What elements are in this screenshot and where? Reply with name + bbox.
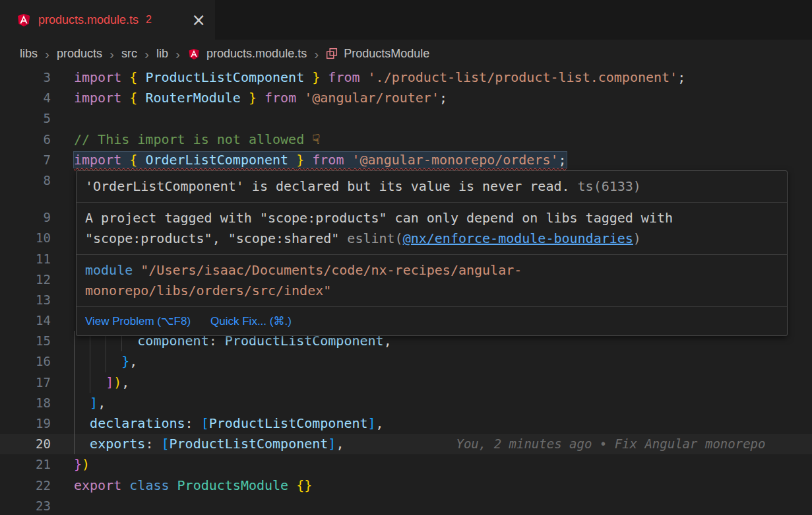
quick-fix-action[interactable]: Quick Fix... (⌘.) xyxy=(210,311,292,331)
code-token: : xyxy=(145,436,161,452)
editor-line-6[interactable]: 6// This import is not allowed ☟ xyxy=(0,129,812,150)
line-number: 16 xyxy=(0,351,51,372)
breadcrumb-item-libs[interactable]: libs xyxy=(20,47,38,61)
code-line: }, xyxy=(74,351,137,372)
line-number: 8 xyxy=(0,170,51,191)
line-number: 9 xyxy=(0,207,51,228)
code-token: // This import is not allowed xyxy=(74,131,312,147)
editor-line-7[interactable]: 7import { OrderListComponent } from '@an… xyxy=(0,150,812,170)
line-number: 12 xyxy=(0,269,51,290)
line-number: 14 xyxy=(0,310,51,331)
breadcrumb-item-file[interactable]: products.module.ts xyxy=(206,47,307,61)
breadcrumb-item-lib[interactable]: lib xyxy=(156,47,168,61)
chevron-right-icon: › xyxy=(175,47,180,61)
line-number: 17 xyxy=(0,372,51,393)
breadcrumb-item-products[interactable]: products xyxy=(57,47,102,61)
code-token xyxy=(74,436,90,452)
line-number: 5 xyxy=(0,108,51,129)
view-problem-action[interactable]: View Problem (⌥F8) xyxy=(85,311,191,331)
code-token: ) xyxy=(113,374,121,390)
code-token: ☟ xyxy=(312,131,320,147)
code-line: }) xyxy=(74,454,90,475)
tab-filename: products.module.ts xyxy=(38,13,139,27)
code-token: import xyxy=(74,90,129,106)
breadcrumb-item-symbol[interactable]: ProductsModule xyxy=(344,47,429,61)
line-number: 10 xyxy=(0,228,51,248)
code-token: export xyxy=(74,477,129,493)
code-line: ], xyxy=(74,393,106,413)
hover-eslint-diagnostic: A project tagged with "scope:products" c… xyxy=(77,203,787,255)
code-token: ; xyxy=(439,90,447,106)
code-token: ] xyxy=(368,415,376,431)
editor-line-18[interactable]: 18 ], xyxy=(0,393,812,413)
code-token: ProductListComponent xyxy=(137,69,312,85)
code-token: { xyxy=(129,69,137,85)
breadcrumb-item-src[interactable]: src xyxy=(121,47,137,61)
chevron-right-icon: › xyxy=(45,47,49,61)
breadcrumb: libs › products › src › lib › products.m… xyxy=(0,40,812,67)
code-line: ]), xyxy=(74,372,129,393)
module-path-line1: "/Users/isaac/Documents/code/nx-recipes/… xyxy=(133,262,522,278)
editor-line-17[interactable]: 17 ]), xyxy=(0,372,812,393)
eslint-source-close: ) xyxy=(633,230,641,246)
code-line: import { ProductListComponent } from './… xyxy=(74,67,685,88)
code-token: ) xyxy=(82,456,90,472)
code-token: import xyxy=(74,152,129,168)
code-token: , xyxy=(129,353,137,369)
code-token: } xyxy=(74,456,82,472)
code-token: } xyxy=(249,90,257,106)
indent-guide xyxy=(90,351,90,372)
line-number: 18 xyxy=(0,393,51,413)
editor-line-20[interactable]: 20 exports: [ProductListComponent],You, … xyxy=(0,434,812,454)
code-token: } xyxy=(121,353,129,369)
module-path-line2: monorepo/libs/orders/src/index" xyxy=(85,283,331,298)
tab-products-module[interactable]: products.module.ts 2 × xyxy=(0,0,215,40)
indent-guide xyxy=(74,331,75,351)
eslint-rule-link[interactable]: @nx/enforce-module-boundaries xyxy=(403,230,633,246)
code-token: from xyxy=(320,69,367,85)
line-number: 13 xyxy=(0,290,51,310)
code-token: './product-list/product-list.component' xyxy=(368,69,678,85)
close-icon[interactable]: × xyxy=(191,11,206,28)
editor-line-21[interactable]: 21}) xyxy=(0,454,812,475)
code-line: export class ProductsModule {} xyxy=(74,475,312,496)
tab-bar: products.module.ts 2 × xyxy=(0,0,812,40)
angular-file-icon xyxy=(187,47,201,61)
eslint-message-line1: A project tagged with "scope:products" c… xyxy=(85,210,673,226)
indent-guide xyxy=(90,372,90,393)
indent-guide xyxy=(106,351,106,372)
code-token: , xyxy=(121,374,129,390)
code-token: } xyxy=(296,152,304,168)
code-token: , xyxy=(336,436,344,452)
indent-guide xyxy=(74,434,75,454)
code-token xyxy=(74,353,121,369)
eslint-source-label: eslint( xyxy=(347,230,402,246)
indent-guide xyxy=(74,372,75,393)
line-number: 6 xyxy=(0,129,51,150)
code-token: from xyxy=(257,90,304,106)
editor-line-19[interactable]: 19 declarations: [ProductListComponent], xyxy=(0,413,812,434)
editor-line-23[interactable]: 23 xyxy=(0,496,812,515)
code-token: { xyxy=(129,90,137,106)
eslint-message-line2: "scope:products", "scope:shared" xyxy=(85,230,347,246)
editor-line-4[interactable]: 4import { RouterModule } from '@angular/… xyxy=(0,88,812,108)
editor-line-16[interactable]: 16 }, xyxy=(0,351,812,372)
code-line: // This import is not allowed ☟ xyxy=(74,129,320,150)
code-token: exports xyxy=(90,436,145,452)
editor-line-5[interactable]: 5 xyxy=(0,108,812,129)
code-token: ; xyxy=(559,152,567,168)
line-number: 15 xyxy=(0,331,51,351)
hover-ts-diagnostic: 'OrderListComponent' is declared but its… xyxy=(77,171,787,203)
code-token: ProductsModule xyxy=(177,477,297,493)
code-token: declarations xyxy=(90,415,185,431)
editor-line-22[interactable]: 22export class ProductsModule {} xyxy=(0,475,812,496)
line-number: 23 xyxy=(0,496,51,515)
code-token: {} xyxy=(296,477,312,493)
code-token: , xyxy=(376,415,384,431)
line-number: 11 xyxy=(0,249,51,269)
chevron-right-icon: › xyxy=(144,47,149,61)
code-token: OrderListComponent xyxy=(137,152,296,168)
line-number: 22 xyxy=(0,475,51,496)
editor-line-3[interactable]: 3import { ProductListComponent } from '.… xyxy=(0,67,812,88)
ts-diagnostic-code: ts(6133) xyxy=(578,178,641,194)
